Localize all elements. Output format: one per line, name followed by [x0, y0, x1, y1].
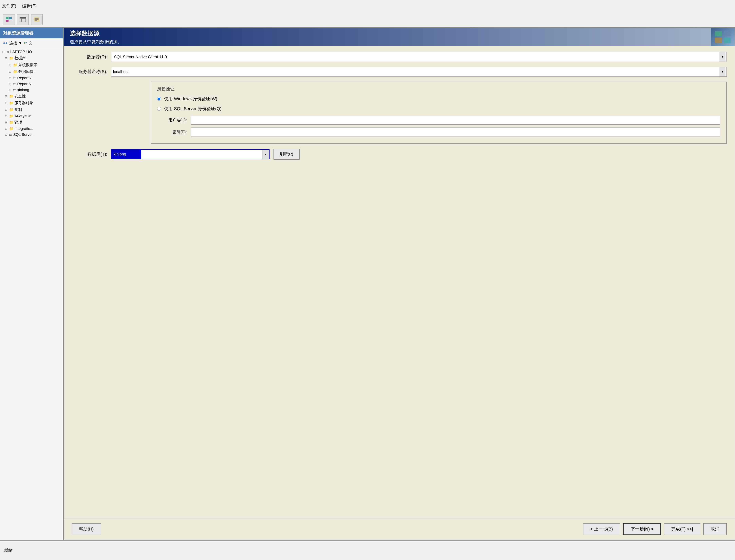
sidebar-header: 对象资源管理器 — [0, 28, 63, 38]
folder-icon-sysdb: 📁 — [13, 63, 17, 67]
tree-item-replication[interactable]: ⊞ 📁 复制 — [0, 106, 63, 113]
tree-item-server-objects[interactable]: ⊞ 📁 服务器对象 — [0, 100, 63, 106]
refresh-button[interactable]: 刷新(R) — [274, 149, 300, 160]
password-label: 密码(P): — [163, 129, 187, 135]
tree-item-databases[interactable]: ⊟ 📁 数据库 — [0, 55, 63, 62]
back-button[interactable]: < 上一步(B) — [583, 523, 620, 535]
server-dropdown-arrow[interactable]: ▼ — [720, 67, 725, 76]
dialog-title-area: 选择数据源 选择要从中复制数据的源。 — [64, 28, 735, 46]
expand-icon-reports1: ⊞ — [9, 76, 12, 80]
server-objects-label: 服务器对象 — [14, 100, 33, 106]
svg-rect-21 — [724, 38, 731, 43]
database-dropdown-arrow[interactable]: ▼ — [262, 150, 269, 159]
datasource-row: 数据源(D): SQL Server Native Client 11.0 ▼ — [72, 52, 727, 62]
sql-auth-radio[interactable] — [157, 107, 161, 111]
server-input-container[interactable]: ▼ — [111, 67, 727, 77]
dialog-title-icon — [711, 28, 735, 46]
database-row: 数据库(T): xinlong ▼ 刷新(R) — [72, 149, 727, 160]
tree-item-reports1[interactable]: ⊞ 🗃 ReportS... — [0, 75, 63, 81]
expand-icon-reports2: ⊞ — [9, 82, 12, 86]
dialog-footer: 帮助(H) < 上一步(B) 下一步(N) > 完成(F) >>| 取消 — [64, 518, 735, 540]
tree-item-alwayson[interactable]: ⊞ 📁 AlwaysOn — [0, 113, 63, 119]
tree-item-management[interactable]: ⊞ 📁 管理 — [0, 119, 63, 126]
db-icon-xinlong: 🗃 — [13, 88, 16, 92]
status-text: 就绪 — [4, 547, 13, 553]
windows-auth-radio[interactable] — [157, 97, 161, 101]
alwayson-label: AlwaysOn — [14, 114, 31, 118]
sql-auth-fields: 用户名(U): 密码(P): — [163, 116, 720, 136]
server-input[interactable] — [113, 67, 725, 76]
auth-spacer — [72, 82, 107, 87]
svg-point-11 — [6, 42, 7, 44]
dialog-sub-title: 选择要从中复制数据的源。 — [70, 39, 705, 45]
svg-rect-15 — [24, 43, 25, 44]
management-label: 管理 — [14, 120, 22, 125]
next-button[interactable]: 下一步(N) > — [623, 523, 661, 535]
expand-icon-replication: ⊞ — [5, 108, 8, 111]
auth-row: 身份验证 使用 Windows 身份验证(W) 使用 SQL Server 身份… — [72, 82, 727, 144]
auth-group: 身份验证 使用 Windows 身份验证(W) 使用 SQL Server 身份… — [151, 82, 727, 144]
datasource-dropdown[interactable]: SQL Server Native Client 11.0 ▼ — [111, 52, 727, 62]
menu-edit[interactable]: 编辑(E) — [22, 3, 37, 9]
expand-icon: ⊟ — [2, 50, 5, 53]
tree-item-integration[interactable]: ⊞ 📁 Integratio... — [0, 126, 63, 132]
username-input-container[interactable] — [191, 116, 720, 125]
cancel-button[interactable]: 取消 — [703, 523, 727, 535]
svg-rect-13 — [24, 42, 25, 43]
windows-auth-row[interactable]: 使用 Windows 身份验证(W) — [157, 96, 720, 102]
svg-rect-0 — [6, 17, 9, 19]
password-input-container[interactable] — [191, 128, 720, 136]
expand-icon-sqlserver: ⊞ — [5, 133, 8, 136]
datasource-label: 数据源(D): — [72, 54, 107, 60]
toolbar — [0, 12, 735, 28]
replication-label: 复制 — [14, 107, 22, 112]
server-label: 服务器名称(S): — [72, 69, 107, 75]
toolbar-btn-2[interactable] — [17, 14, 29, 25]
security-label: 安全性 — [14, 94, 26, 99]
toolbar-btn-1[interactable] — [3, 14, 15, 25]
expand-icon-alwayson: ⊞ — [5, 114, 8, 118]
finish-button[interactable]: 完成(F) >>| — [664, 523, 700, 535]
folder-icon-replication: 📁 — [9, 108, 13, 112]
svg-rect-3 — [20, 17, 26, 22]
tree-item-server[interactable]: ⊟ 🖥 LAPTOP-UO — [0, 49, 63, 55]
expand-icon-server-objects: ⊞ — [5, 101, 8, 105]
menu-bar: 文件(F) 编辑(E) — [0, 0, 735, 12]
menu-file[interactable]: 文件(F) — [2, 3, 16, 9]
folder-icon-management: 📁 — [9, 120, 13, 125]
db-icon-reports1: 🗃 — [13, 76, 16, 80]
connect-label[interactable]: 连接 ▼ — [9, 40, 22, 46]
expand-icon-snapshot: ⊞ — [9, 70, 12, 73]
datasource-dropdown-arrow[interactable]: ▼ — [720, 52, 725, 62]
svg-point-17 — [30, 43, 31, 44]
sql-auth-row[interactable]: 使用 SQL Server 身份验证(Q) — [157, 106, 720, 112]
db-icon-reports2: 🗃 — [13, 82, 16, 86]
status-bar: 就绪 — [0, 540, 735, 560]
sidebar-connect[interactable]: 连接 ▼ — [0, 38, 63, 48]
footer-right: < 上一步(B) 下一步(N) > 完成(F) >>| 取消 — [583, 523, 727, 535]
datasource-value: SQL Server Native Client 11.0 — [113, 55, 167, 59]
dialog-main-title: 选择数据源 — [70, 30, 705, 38]
server-label: LAPTOP-UO — [10, 50, 32, 54]
sql-auth-label: 使用 SQL Server 身份验证(Q) — [164, 106, 222, 112]
tree-item-reports2[interactable]: ⊞ 🗃 ReportS... — [0, 81, 63, 87]
reports2-label: ReportS... — [17, 82, 34, 86]
tree-item-sysdb[interactable]: ⊞ 📁 系统数据库 — [0, 62, 63, 68]
footer-left: 帮助(H) — [72, 523, 101, 535]
tree-item-xinlong[interactable]: ⊞ 🗃 xinlong — [0, 87, 63, 93]
tree-container: ⊟ 🖥 LAPTOP-UO ⊟ 📁 数据库 ⊞ 📁 系统数据库 ⊞ 📁 数据库快… — [0, 48, 63, 139]
tree-item-security[interactable]: ⊞ 📁 安全性 — [0, 93, 63, 100]
username-row: 用户名(U): — [163, 116, 720, 125]
auth-title: 身份验证 — [157, 86, 720, 92]
help-button[interactable]: 帮助(H) — [72, 523, 101, 535]
dialog-title-left: 选择数据源 选择要从中复制数据的源。 — [64, 28, 711, 46]
database-dropdown[interactable]: xinlong ▼ — [111, 149, 270, 159]
sqlserver-label: SQL Serve... — [13, 132, 35, 137]
toolbar-btn-3[interactable] — [31, 14, 43, 25]
tree-item-sqlserver[interactable]: ⊞ 🗃 SQL Serve... — [0, 132, 63, 138]
tree-item-snapshot[interactable]: ⊞ 📁 数据库快... — [0, 68, 63, 75]
main-area: 选择数据源 选择要从中复制数据的源。 数据源(D): SQL Server Na… — [63, 28, 735, 540]
snapshot-label: 数据库快... — [18, 69, 37, 74]
windows-auth-label: 使用 Windows 身份验证(W) — [164, 96, 217, 102]
expand-icon-xinlong: ⊞ — [9, 88, 12, 91]
